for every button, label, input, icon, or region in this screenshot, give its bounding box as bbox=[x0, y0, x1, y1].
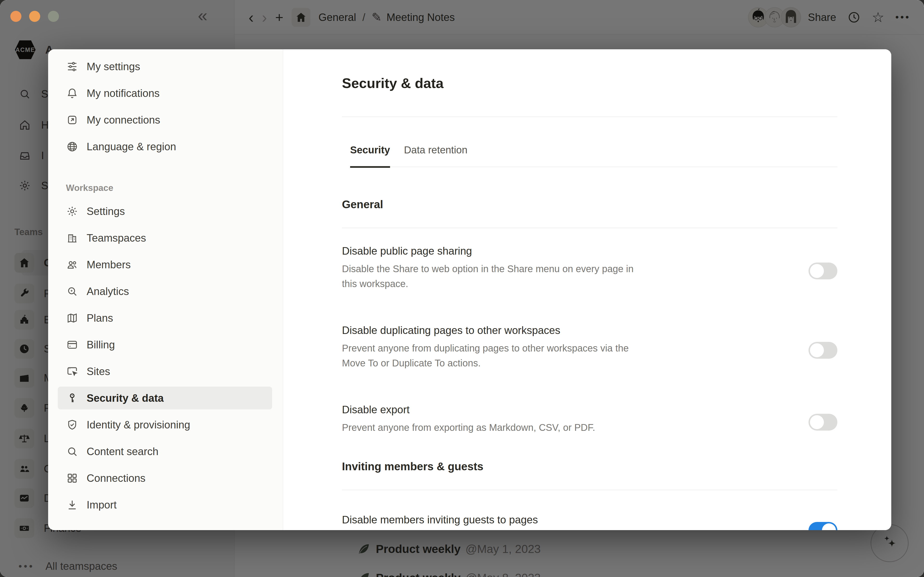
analytics-icon bbox=[66, 285, 78, 298]
setting-title: Disable export bbox=[342, 403, 809, 417]
divider bbox=[342, 228, 837, 228]
settings-nav-members[interactable]: Members bbox=[58, 253, 272, 276]
shield-check-icon bbox=[66, 419, 78, 431]
setting-row-duplicate-pages: Disable duplicating pages to other works… bbox=[342, 323, 837, 371]
external-link-icon bbox=[66, 114, 78, 126]
tab-data-retention[interactable]: Data retention bbox=[404, 144, 467, 167]
settings-nav-billing[interactable]: Billing bbox=[58, 333, 272, 356]
settings-title: Security & data bbox=[342, 74, 837, 93]
settings-nav-sites[interactable]: Sites bbox=[58, 360, 272, 383]
close-window-icon[interactable] bbox=[10, 11, 21, 22]
settings-nav-language-region[interactable]: Language & region bbox=[58, 135, 272, 158]
setting-description: Disable the Share to web option in the S… bbox=[342, 261, 640, 291]
tab-security[interactable]: Security bbox=[350, 144, 390, 168]
setting-row-public-sharing: Disable public page sharing Disable the … bbox=[342, 244, 837, 291]
settings-tabs: Security Data retention bbox=[350, 144, 837, 167]
setting-row-invite-guests: Disable members inviting guests to pages bbox=[342, 511, 837, 528]
zoom-window-icon[interactable] bbox=[48, 11, 59, 22]
setting-description: Prevent anyone from duplicating pages to… bbox=[342, 341, 640, 371]
divider bbox=[342, 117, 837, 117]
toggle-export[interactable] bbox=[809, 414, 837, 430]
screenshot-stage: ACME A S H I S bbox=[0, 0, 924, 577]
settings-modal: My settings My notifications My connecti… bbox=[48, 49, 891, 530]
settings-content: Security & data Security Data retention … bbox=[283, 49, 891, 530]
sliders-icon bbox=[66, 60, 78, 73]
section-heading-general: General bbox=[342, 197, 837, 211]
section-heading-inviting: Inviting members & guests bbox=[342, 459, 837, 473]
notion-window: ACME A S H I S bbox=[0, 0, 924, 577]
credit-card-icon bbox=[66, 338, 78, 351]
settings-nav-identity-provisioning[interactable]: Identity & provisioning bbox=[58, 413, 272, 436]
toggle-invite-guests[interactable] bbox=[809, 522, 837, 530]
settings-nav-teamspaces[interactable]: Teamspaces bbox=[58, 226, 272, 249]
settings-nav-analytics[interactable]: Analytics bbox=[58, 280, 272, 303]
setting-title: Disable members inviting guests to pages bbox=[342, 513, 809, 527]
minimize-window-icon[interactable] bbox=[29, 11, 40, 22]
divider bbox=[342, 490, 837, 490]
settings-nav-my-settings[interactable]: My settings bbox=[58, 55, 272, 78]
window-controls bbox=[10, 11, 59, 22]
settings-nav-security-data[interactable]: Security & data bbox=[58, 387, 272, 409]
search-icon bbox=[66, 445, 78, 458]
settings-nav-content-search[interactable]: Content search bbox=[58, 440, 272, 463]
members-icon bbox=[66, 258, 78, 271]
key-icon bbox=[66, 392, 78, 405]
setting-title: Disable duplicating pages to other works… bbox=[342, 323, 809, 337]
settings-nav-connections[interactable]: Connections bbox=[58, 467, 272, 490]
settings-nav-settings[interactable]: Settings bbox=[58, 200, 272, 222]
toggle-public-sharing[interactable] bbox=[809, 263, 837, 279]
buildings-icon bbox=[66, 232, 78, 244]
settings-nav-import[interactable]: Import bbox=[58, 493, 272, 516]
bell-icon bbox=[66, 87, 78, 100]
grid-icon bbox=[66, 472, 78, 484]
settings-nav: My settings My notifications My connecti… bbox=[48, 49, 283, 530]
browser-cursor-icon bbox=[66, 365, 78, 378]
map-icon bbox=[66, 312, 78, 324]
setting-title: Disable public page sharing bbox=[342, 244, 809, 258]
setting-row-export: Disable export Prevent anyone from expor… bbox=[342, 403, 837, 435]
settings-nav-plans[interactable]: Plans bbox=[58, 306, 272, 329]
settings-nav-my-notifications[interactable]: My notifications bbox=[58, 82, 272, 105]
gear-icon bbox=[66, 205, 78, 218]
toggle-duplicate-pages[interactable] bbox=[809, 342, 837, 359]
globe-icon bbox=[66, 140, 78, 153]
settings-nav-my-connections[interactable]: My connections bbox=[58, 108, 272, 131]
setting-description: Prevent anyone from exporting as Markdow… bbox=[342, 420, 640, 435]
settings-nav-workspace-heading: Workspace bbox=[66, 183, 283, 193]
import-arrow-icon bbox=[66, 499, 78, 511]
